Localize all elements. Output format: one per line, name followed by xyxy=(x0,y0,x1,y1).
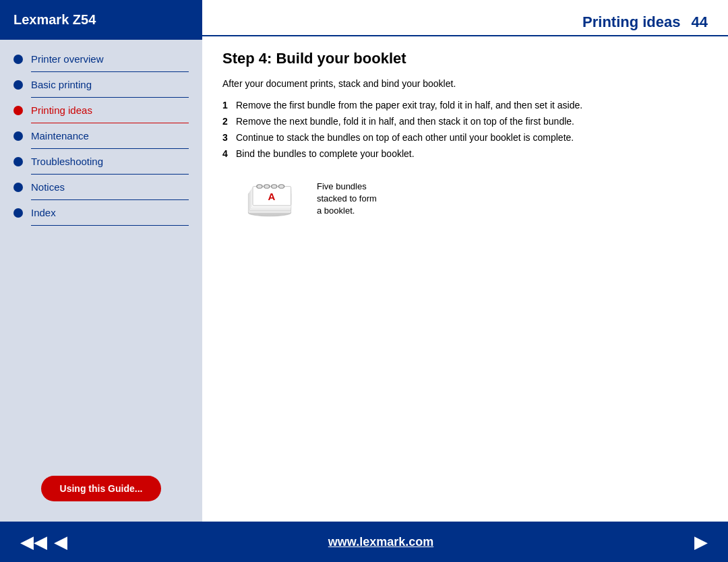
step-text-1: Remove the first bundle from the paper e… xyxy=(236,100,582,111)
bottom-bar: ◀◀ ◀ www.lexmark.com ▶ xyxy=(0,522,728,562)
content-header: Printing ideas 44 xyxy=(202,0,728,36)
nav-label-maintenance: Maintenance xyxy=(31,130,89,142)
step-num-4: 4 xyxy=(222,148,236,159)
step-text-3: Continue to stack the bundles on top of … xyxy=(236,132,574,143)
illustration-area: A Five bundlesstacked to forma booklet. xyxy=(236,175,708,222)
step-num-1: 1 xyxy=(222,100,236,111)
sidebar-nav: Printer overview Basic printing Printing… xyxy=(0,40,202,462)
sidebar-header: Lexmark Z54 xyxy=(0,0,202,40)
nav-dot-basic-printing xyxy=(13,80,23,90)
nav-dot-printer-overview xyxy=(13,55,23,64)
nav-label-printing-ideas: Printing ideas xyxy=(31,104,92,116)
nav-underline-index xyxy=(31,225,189,226)
sidebar-item-maintenance[interactable]: Maintenance xyxy=(0,123,202,146)
booklet-svg: A xyxy=(236,175,303,222)
intro-text: After your document prints, stack and bi… xyxy=(222,78,708,89)
svg-text:A: A xyxy=(268,191,276,202)
content-body: Step 4: Build your booklet After your do… xyxy=(202,50,728,522)
nav-label-index: Index xyxy=(31,207,56,218)
sidebar-item-troubleshooting[interactable]: Troubleshooting xyxy=(0,149,202,171)
back-double-arrow-button[interactable]: ◀◀ xyxy=(20,533,47,551)
back-arrow-button[interactable]: ◀ xyxy=(54,533,67,551)
nav-label-basic-printing: Basic printing xyxy=(31,79,92,90)
illustration-caption: Five bundlesstacked to forma booklet. xyxy=(317,181,377,218)
nav-dot-notices xyxy=(13,183,23,192)
step-4: 4 Bind the bundles to complete your book… xyxy=(222,148,708,159)
main-layout: Lexmark Z54 Printer overview Basic print… xyxy=(0,0,728,522)
using-guide-button[interactable]: Using this Guide... xyxy=(41,476,162,501)
step-3: 3 Continue to stack the bundles on top o… xyxy=(222,132,708,143)
nav-dot-index xyxy=(13,208,23,218)
nav-dot-troubleshooting xyxy=(13,157,23,166)
step-text-2: Remove the next bundle, fold it in half,… xyxy=(236,116,574,127)
content-area: Printing ideas 44 Step 4: Build your boo… xyxy=(202,0,728,522)
sidebar: Lexmark Z54 Printer overview Basic print… xyxy=(0,0,202,522)
nav-label-notices: Notices xyxy=(31,181,65,193)
step-num-3: 3 xyxy=(222,132,236,143)
page-number: 44 xyxy=(692,13,708,31)
nav-dot-printing-ideas xyxy=(13,106,23,115)
website-url[interactable]: www.lexmark.com xyxy=(328,535,433,549)
step-num-2: 2 xyxy=(222,116,236,127)
sidebar-item-basic-printing[interactable]: Basic printing xyxy=(0,72,202,94)
step-title: Step 4: Build your booklet xyxy=(222,50,708,67)
step-text-4: Bind the bundles to complete your bookle… xyxy=(236,148,415,159)
nav-dot-maintenance xyxy=(13,131,23,141)
nav-label-printer-overview: Printer overview xyxy=(31,53,104,65)
forward-arrow-button[interactable]: ▶ xyxy=(694,533,708,551)
sidebar-item-index[interactable]: Index xyxy=(0,200,202,222)
nav-arrows-left: ◀◀ ◀ xyxy=(20,533,67,551)
nav-arrows-right: ▶ xyxy=(694,533,708,551)
sidebar-item-printer-overview[interactable]: Printer overview xyxy=(0,46,202,69)
app-title: Lexmark Z54 xyxy=(13,12,96,27)
step-2: 2 Remove the next bundle, fold it in hal… xyxy=(222,116,708,127)
page-title: Printing ideas xyxy=(582,13,680,31)
nav-label-troubleshooting: Troubleshooting xyxy=(31,156,103,167)
sidebar-footer: Using this Guide... xyxy=(0,462,202,515)
sidebar-item-printing-ideas[interactable]: Printing ideas xyxy=(0,98,202,120)
step-1: 1 Remove the first bundle from the paper… xyxy=(222,100,708,111)
steps-list: 1 Remove the first bundle from the paper… xyxy=(222,100,708,159)
sidebar-item-notices[interactable]: Notices xyxy=(0,175,202,197)
